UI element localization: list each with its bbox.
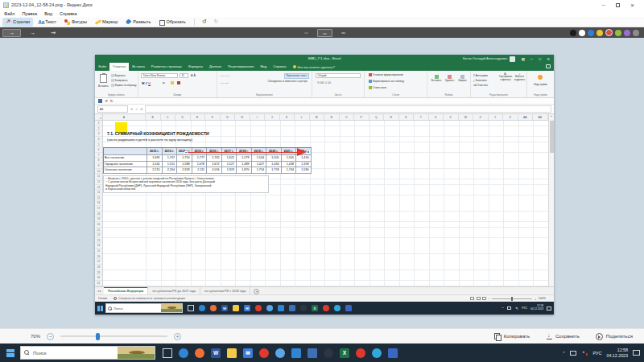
table-cell: 1,672 xyxy=(207,162,222,168)
palette-color[interactable] xyxy=(588,30,594,36)
column-header-A: A xyxy=(103,114,146,120)
excel-statusbar: Готово Специальные возможности: проверьт… xyxy=(95,294,554,302)
thickness-thin-button[interactable]: ∼ xyxy=(299,29,314,37)
annotation-arrow[interactable] xyxy=(187,152,299,154)
tool-blur-tool-button[interactable]: Размыть xyxy=(122,18,154,27)
photos-icon[interactable] xyxy=(308,348,317,358)
palette-color[interactable] xyxy=(615,30,621,36)
explorer-icon[interactable] xyxy=(227,348,237,358)
zoom-in-button[interactable]: + xyxy=(174,333,181,340)
copy-button[interactable]: Копировать xyxy=(494,333,530,339)
column-header-E: E xyxy=(191,114,206,120)
volume-icon[interactable] xyxy=(581,351,588,356)
menu-file[interactable]: Файл xyxy=(4,11,15,16)
column-header-M: M xyxy=(310,114,325,120)
menu-help[interactable]: Справка xyxy=(60,11,77,16)
telegram-icon xyxy=(334,305,341,311)
remote-app-icon[interactable] xyxy=(388,348,398,358)
tray-chevron-icon[interactable]: ⌃ xyxy=(562,351,565,356)
palette-color[interactable] xyxy=(597,30,603,36)
palette-color[interactable] xyxy=(570,30,576,36)
grid-vline xyxy=(146,121,147,286)
menu-view[interactable]: Вид xyxy=(44,11,52,16)
excel-maximize-icon: □ xyxy=(539,57,541,61)
excel-tab-Вставка: Вставка xyxy=(129,63,148,71)
share-button[interactable]: Поделиться xyxy=(596,333,633,340)
table-cell: 1,777 xyxy=(192,155,208,162)
notification-center-icon[interactable] xyxy=(633,350,640,356)
tool-shapes-tool-button[interactable]: Фигуры xyxy=(61,18,90,27)
save-button[interactable]: Сохранить xyxy=(546,333,580,339)
table-subtitle: (число родившихся детей в расчете на одн… xyxy=(107,138,192,142)
zoom-out-button[interactable]: − xyxy=(47,333,54,340)
row-number: 20 xyxy=(95,222,102,228)
new-sheet-icon: + xyxy=(254,289,259,294)
grid-vline xyxy=(310,121,311,286)
tell-me-box: Что вы хотите сделать? xyxy=(290,63,338,71)
copy-icon xyxy=(494,333,501,339)
row-number: 23 xyxy=(95,238,102,244)
column-header-N: N xyxy=(324,114,340,120)
editor-canvas[interactable]: SMD_7.1.xlsx - Excel Костин Геннадий Але… xyxy=(0,38,644,328)
grid-vline xyxy=(369,121,370,286)
arrow-style-straight-button[interactable]: → xyxy=(2,29,21,37)
zoom-slider-handle[interactable] xyxy=(96,333,100,340)
minimize-button[interactable]: ─ xyxy=(602,2,605,7)
annotation-handle-end[interactable] xyxy=(307,150,310,154)
yandex-browser-icon[interactable] xyxy=(259,348,269,358)
grid-vline xyxy=(473,121,474,286)
menu-edit[interactable]: Правка xyxy=(23,11,38,16)
grid-vline xyxy=(280,121,281,286)
zoom-slider[interactable] xyxy=(60,335,167,337)
screenshot-image: SMD_7.1.xlsx - Excel Костин Геннадий Але… xyxy=(95,55,554,315)
close-button[interactable]: ✕ xyxy=(630,2,634,8)
people-icon[interactable] xyxy=(324,348,333,358)
worksheet-grid: 1234567891011121314151617181920212223242… xyxy=(95,121,548,286)
tool-text-tool-button[interactable]: Текст xyxy=(35,18,60,27)
row-number: 11 xyxy=(95,174,102,179)
thickness-thick-button[interactable]: ∼ xyxy=(336,29,351,37)
volume-icon xyxy=(514,306,518,310)
firefox-icon[interactable] xyxy=(195,348,204,358)
excel-icon: X xyxy=(312,305,318,311)
palette-color[interactable] xyxy=(633,30,639,36)
palette-color[interactable] xyxy=(624,30,630,36)
sheet-tab-bar: ◂ ▸ Российская Федерацияпо субъектам РФ … xyxy=(95,286,554,294)
row-number: 4 xyxy=(95,137,102,142)
palette-color[interactable] xyxy=(605,29,613,36)
thickness-medium-button[interactable]: ∼ xyxy=(317,29,332,37)
opera-icon[interactable] xyxy=(356,348,365,358)
arrow-style-curved-button[interactable]: ⇝ xyxy=(44,29,63,37)
column-header-Z: Z xyxy=(503,114,518,120)
arrow-style-plain-button[interactable]: → xyxy=(23,29,42,37)
tool-arrow-tool-button[interactable]: Стрелки xyxy=(2,18,33,27)
column-header-AB: AB xyxy=(533,114,548,120)
store-icon[interactable] xyxy=(291,348,301,358)
palette-color[interactable] xyxy=(579,30,585,36)
grid-vline xyxy=(414,121,415,286)
mail-icon[interactable]: ✉ xyxy=(243,348,253,358)
excel-tab-Формулы: Формулы xyxy=(185,63,206,71)
table-cell: 1,427 xyxy=(252,162,267,168)
start-button[interactable] xyxy=(6,349,14,357)
language-indicator[interactable]: РУС xyxy=(592,351,601,356)
grid-vline xyxy=(340,121,341,286)
maximize-button[interactable] xyxy=(616,3,620,7)
clock[interactable]: 12:5804.12.2023 xyxy=(606,348,628,358)
edge-icon[interactable] xyxy=(179,348,188,358)
undo-button[interactable]: ↺ xyxy=(200,19,209,25)
paint3d-icon[interactable] xyxy=(275,348,285,358)
tool-marker-tool-button[interactable]: Маркер xyxy=(92,18,121,27)
task-view-icon[interactable] xyxy=(163,348,172,358)
taskbar-search[interactable]: Поиск xyxy=(20,346,155,360)
tool-crop-tool-button[interactable]: Обрезать xyxy=(155,18,188,27)
display-icon[interactable] xyxy=(570,351,576,356)
annotation-arrow-head[interactable] xyxy=(297,148,307,156)
redo-button[interactable]: ↻ xyxy=(212,19,221,25)
annotation-handle-start[interactable] xyxy=(184,151,188,154)
year-header: 2013 г. xyxy=(163,148,178,155)
excel-icon[interactable]: X xyxy=(340,348,349,358)
word-icon[interactable]: W xyxy=(211,348,221,358)
zoom-level-label: 70% xyxy=(31,334,40,339)
telegram-icon[interactable] xyxy=(372,348,382,358)
